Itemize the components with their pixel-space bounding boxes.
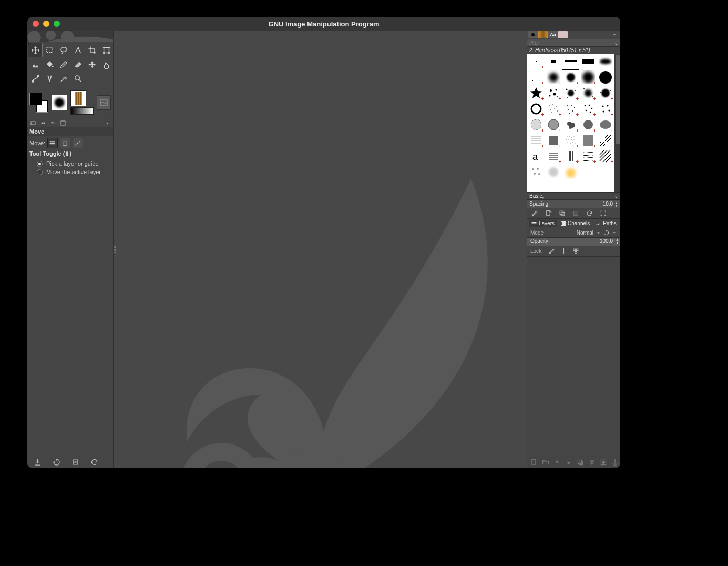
brush-pixel-1[interactable]: + [527, 54, 545, 69]
fg-color-swatch[interactable] [29, 93, 42, 105]
brush-cell-shade[interactable]: + [527, 117, 545, 133]
new-layer-group-button[interactable] [542, 458, 549, 467]
brush-block-bar[interactable] [579, 54, 597, 69]
delete-preset-button[interactable] [70, 458, 80, 467]
fg-bg-swatch[interactable] [29, 93, 48, 113]
images-tab[interactable] [59, 119, 67, 127]
brush-texture-1[interactable]: + [527, 133, 545, 148]
duplicate-layer-button[interactable] [577, 458, 584, 467]
undo-history-tab[interactable] [49, 119, 57, 127]
lower-layer-button[interactable] [565, 458, 572, 467]
reset-mode-icon[interactable] [603, 230, 609, 236]
brush-grunge-4[interactable]: + [597, 117, 614, 133]
brush-pixel-block[interactable] [545, 54, 562, 69]
unified-transform-tool[interactable] [99, 43, 113, 57]
brush-texture-2[interactable]: + [545, 133, 562, 148]
text-tool[interactable] [43, 72, 56, 85]
minimize-window-button[interactable] [43, 21, 49, 27]
pick-layer-radio-row[interactable]: Pick a layer or guide [29, 159, 111, 168]
brush-diag-line[interactable]: + [527, 69, 545, 85]
active-pattern-indicator[interactable] [70, 90, 86, 106]
delete-brush-button[interactable] [571, 209, 580, 218]
opacity-spinner[interactable]: ▲▼ [616, 238, 619, 245]
crop-tool[interactable] [85, 43, 99, 57]
reset-preset-button[interactable] [89, 458, 99, 467]
new-brush-button[interactable] [544, 209, 552, 218]
brush-dots-2[interactable]: + [562, 101, 579, 117]
brush-dots-3[interactable]: + [579, 101, 597, 117]
brush-hard-round-050[interactable]: + [562, 69, 579, 85]
titlebar[interactable]: GNU Image Manipulation Program [27, 17, 620, 31]
brush-big-circle[interactable] [597, 69, 614, 85]
brush-soft-2[interactable] [545, 164, 562, 180]
brush-category-select[interactable]: Basic, ⌄ [527, 193, 620, 200]
brush-soft-round[interactable]: + [545, 69, 562, 85]
refresh-brushes-button[interactable] [585, 209, 593, 218]
save-preset-button[interactable] [33, 458, 42, 467]
color-picker-tool[interactable] [57, 72, 70, 85]
brush-splatter-2[interactable]: + [562, 85, 579, 101]
brush-streaks[interactable]: + [579, 148, 597, 164]
lock-position-icon[interactable] [560, 248, 567, 255]
brush-stipple[interactable]: + [562, 133, 579, 148]
move-layer-toggle[interactable] [47, 138, 58, 148]
brush-splatter-4[interactable]: + [597, 85, 614, 101]
brush-vertical-smudge[interactable]: + [562, 148, 579, 164]
close-window-button[interactable] [33, 21, 39, 27]
active-gradient-indicator[interactable] [70, 107, 94, 115]
paintbrush-tool[interactable] [57, 57, 70, 71]
brush-long-bar[interactable] [562, 54, 579, 69]
tool-options-tab[interactable] [29, 119, 37, 127]
brush-blank-1[interactable] [579, 164, 597, 180]
move-active-radio[interactable] [37, 169, 43, 175]
move-selection-toggle[interactable] [60, 138, 70, 148]
restore-preset-button[interactable] [52, 458, 61, 467]
bucket-fill-tool[interactable] [43, 57, 56, 71]
dock-menu-icon[interactable] [610, 31, 619, 38]
brush-dots-1[interactable]: + [545, 101, 562, 117]
lock-alpha-icon[interactable] [572, 248, 579, 255]
brush-splatter-1[interactable]: + [545, 85, 562, 101]
brush-char-a[interactable]: a [527, 148, 545, 164]
paths-tool[interactable] [28, 72, 42, 85]
layers-tab[interactable]: Layers [529, 220, 557, 227]
anchor-layer-button[interactable] [611, 458, 619, 467]
brush-ring[interactable]: + [527, 101, 545, 117]
brush-sand[interactable] [527, 164, 545, 180]
active-image-indicator[interactable] [97, 95, 111, 110]
brush-blank-2[interactable] [597, 164, 614, 180]
patterns-tab[interactable] [538, 31, 548, 38]
brush-grunge-3[interactable]: + [579, 117, 597, 133]
clone-tool[interactable] [85, 57, 99, 71]
layer-opacity-row[interactable]: Opacity 100.0 ▲▼ [527, 238, 620, 246]
zoom-tool[interactable] [71, 72, 85, 85]
smudge-tool[interactable] [99, 57, 113, 71]
brush-filter-input[interactable]: filter ⌄ [527, 39, 620, 47]
move-tool[interactable] [28, 43, 42, 57]
layer-list[interactable] [527, 257, 620, 456]
brush-soft-oval[interactable] [597, 54, 614, 69]
brush-grunge-2[interactable]: + [562, 117, 579, 133]
brush-soft-round-lg[interactable]: + [579, 69, 597, 85]
warp-tool[interactable] [28, 57, 42, 71]
brush-smear[interactable]: + [545, 148, 562, 164]
pick-layer-radio[interactable] [37, 161, 43, 167]
duplicate-brush-button[interactable] [558, 209, 566, 218]
active-brush-indicator[interactable] [52, 95, 67, 110]
paths-tab[interactable]: Paths [593, 220, 619, 227]
brush-star[interactable]: + [527, 85, 545, 101]
brush-spacing-row[interactable]: Spacing 10.0 ▲▼ [527, 200, 620, 208]
brush-grunge-1[interactable]: + [545, 117, 562, 133]
brush-glow[interactable] [562, 164, 579, 180]
channels-tab[interactable]: Channels [558, 220, 592, 227]
gradients-tab[interactable] [558, 31, 568, 38]
brushes-tab[interactable] [528, 31, 538, 38]
edit-brush-button[interactable] [530, 209, 539, 218]
move-active-radio-row[interactable]: Move the active layer [29, 168, 111, 176]
rect-select-tool[interactable] [43, 43, 56, 57]
merge-down-button[interactable] [588, 458, 596, 467]
brush-splatter-3[interactable]: + [579, 85, 597, 101]
zoom-window-button[interactable] [54, 21, 60, 27]
add-mask-button[interactable] [600, 458, 607, 467]
free-select-tool[interactable] [57, 43, 70, 57]
